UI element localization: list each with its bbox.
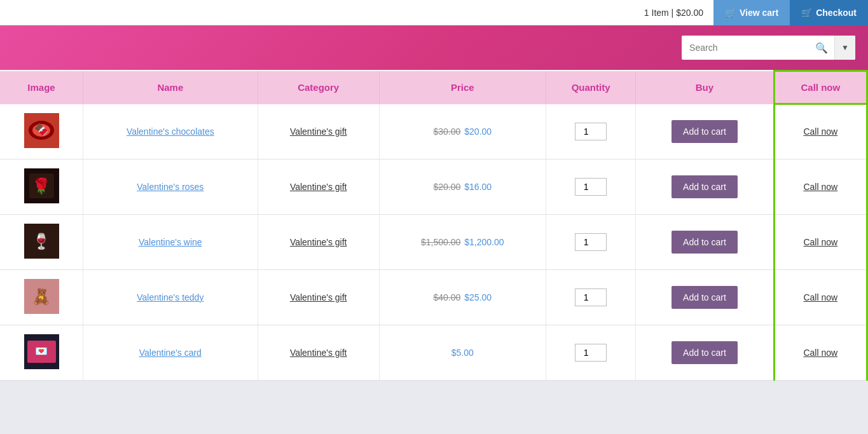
- col-quantity: Quantity: [546, 71, 635, 104]
- product-quantity-cell: [546, 214, 635, 269]
- product-name-link[interactable]: Valentine's card: [139, 348, 202, 358]
- product-image: [24, 279, 59, 314]
- product-name-cell: Valentine's teddy: [83, 269, 258, 325]
- product-name-cell: Valentine's card: [83, 325, 258, 380]
- product-price-cell: $5.00: [379, 325, 546, 380]
- search-input[interactable]: [682, 43, 809, 53]
- product-callnow-cell: Call now: [774, 325, 867, 380]
- quantity-input[interactable]: [575, 178, 607, 196]
- category-link[interactable]: Valentine's gift: [290, 237, 347, 247]
- product-image-cell: [0, 269, 83, 325]
- product-buy-cell: Add to cart: [636, 325, 774, 380]
- call-now-link[interactable]: Call now: [803, 348, 837, 358]
- checkout-button[interactable]: 🛒 Checkout: [790, 0, 868, 25]
- table-row: Valentine's teddyValentine's gift$40.00$…: [0, 269, 867, 325]
- product-buy-cell: Add to cart: [636, 104, 774, 159]
- category-link[interactable]: Valentine's gift: [290, 292, 347, 302]
- call-now-link[interactable]: Call now: [803, 126, 837, 137]
- table-row: Valentine's rosesValentine's gift$20.00$…: [0, 159, 867, 214]
- search-box: 🔍 ▼: [682, 36, 855, 60]
- checkout-icon: 🛒: [801, 8, 812, 18]
- product-buy-cell: Add to cart: [636, 214, 774, 269]
- search-dropdown-button[interactable]: ▼: [834, 36, 855, 60]
- product-buy-cell: Add to cart: [636, 269, 774, 325]
- search-button[interactable]: 🔍: [809, 42, 834, 54]
- product-name-cell: Valentine's roses: [83, 159, 258, 214]
- quantity-input[interactable]: [575, 288, 607, 306]
- price-sale: $25.00: [464, 292, 492, 302]
- price-original: $1,500.00: [421, 237, 460, 247]
- quantity-input[interactable]: [575, 344, 607, 362]
- quantity-input[interactable]: [575, 233, 607, 251]
- add-to-cart-button[interactable]: Add to cart: [672, 286, 738, 309]
- call-now-link[interactable]: Call now: [803, 237, 837, 247]
- col-buy: Buy: [636, 71, 774, 104]
- table-body: Valentine's chocolatesValentine's gift$3…: [0, 104, 867, 381]
- table-row: Valentine's cardValentine's gift$5.00Add…: [0, 325, 867, 380]
- call-now-link[interactable]: Call now: [803, 182, 837, 192]
- product-callnow-cell: Call now: [774, 159, 867, 214]
- product-table: Image Name Category Price Quantity Buy C…: [0, 70, 868, 381]
- header-banner: 🔍 ▼: [0, 25, 868, 70]
- category-link[interactable]: Valentine's gift: [290, 126, 347, 137]
- product-price-cell: $30.00$20.00: [379, 104, 546, 159]
- quantity-input[interactable]: [575, 123, 607, 140]
- product-name-link[interactable]: Valentine's chocolates: [127, 126, 214, 137]
- product-quantity-cell: [546, 104, 635, 159]
- col-callnow: Call now: [774, 71, 867, 104]
- product-callnow-cell: Call now: [774, 269, 867, 325]
- product-image: [24, 224, 59, 259]
- view-cart-label: View cart: [740, 8, 778, 18]
- product-table-wrapper: Image Name Category Price Quantity Buy C…: [0, 70, 868, 381]
- product-callnow-cell: Call now: [774, 214, 867, 269]
- cart-icon: 🛒: [725, 8, 736, 18]
- product-image: [24, 334, 59, 369]
- product-quantity-cell: [546, 269, 635, 325]
- product-price-cell: $1,500.00$1,200.00: [379, 214, 546, 269]
- product-price-cell: $20.00$16.00: [379, 159, 546, 214]
- product-category-cell: Valentine's gift: [258, 325, 379, 380]
- add-to-cart-button[interactable]: Add to cart: [672, 175, 738, 198]
- product-image-cell: [0, 214, 83, 269]
- product-name-link[interactable]: Valentine's wine: [139, 237, 202, 247]
- product-image: [24, 113, 59, 148]
- product-name-cell: Valentine's wine: [83, 214, 258, 269]
- table-header: Image Name Category Price Quantity Buy C…: [0, 71, 867, 104]
- product-category-cell: Valentine's gift: [258, 214, 379, 269]
- price-sale: $16.00: [464, 182, 492, 192]
- price-original: $30.00: [433, 126, 460, 137]
- add-to-cart-button[interactable]: Add to cart: [672, 231, 738, 254]
- view-cart-button[interactable]: 🛒 View cart: [713, 0, 790, 25]
- col-price: Price: [379, 71, 546, 104]
- product-image-cell: [0, 104, 83, 159]
- product-quantity-cell: [546, 325, 635, 380]
- col-name: Name: [83, 71, 258, 104]
- call-now-link[interactable]: Call now: [803, 292, 837, 302]
- top-bar: 1 Item | $20.00 🛒 View cart 🛒 Checkout: [0, 0, 868, 25]
- product-image-cell: [0, 159, 83, 214]
- product-name-cell: Valentine's chocolates: [83, 104, 258, 159]
- product-category-cell: Valentine's gift: [258, 269, 379, 325]
- add-to-cart-button[interactable]: Add to cart: [672, 341, 738, 364]
- category-link[interactable]: Valentine's gift: [290, 182, 347, 192]
- category-link[interactable]: Valentine's gift: [290, 348, 347, 358]
- cart-info: 1 Item | $20.00: [634, 8, 713, 18]
- price-original: $40.00: [433, 292, 460, 302]
- checkout-label: Checkout: [816, 8, 857, 18]
- table-row: Valentine's chocolatesValentine's gift$3…: [0, 104, 867, 159]
- price-sale: $20.00: [464, 126, 492, 137]
- search-icon: 🔍: [815, 43, 828, 53]
- price-original: $20.00: [433, 182, 460, 192]
- product-buy-cell: Add to cart: [636, 159, 774, 214]
- add-to-cart-button[interactable]: Add to cart: [672, 120, 738, 143]
- product-name-link[interactable]: Valentine's roses: [137, 182, 203, 192]
- product-category-cell: Valentine's gift: [258, 104, 379, 159]
- product-image: [24, 168, 59, 203]
- product-category-cell: Valentine's gift: [258, 159, 379, 214]
- product-name-link[interactable]: Valentine's teddy: [137, 292, 203, 302]
- table-row: Valentine's wineValentine's gift$1,500.0…: [0, 214, 867, 269]
- col-category: Category: [258, 71, 379, 104]
- product-quantity-cell: [546, 159, 635, 214]
- chevron-down-icon: ▼: [841, 43, 849, 52]
- product-image-cell: [0, 325, 83, 380]
